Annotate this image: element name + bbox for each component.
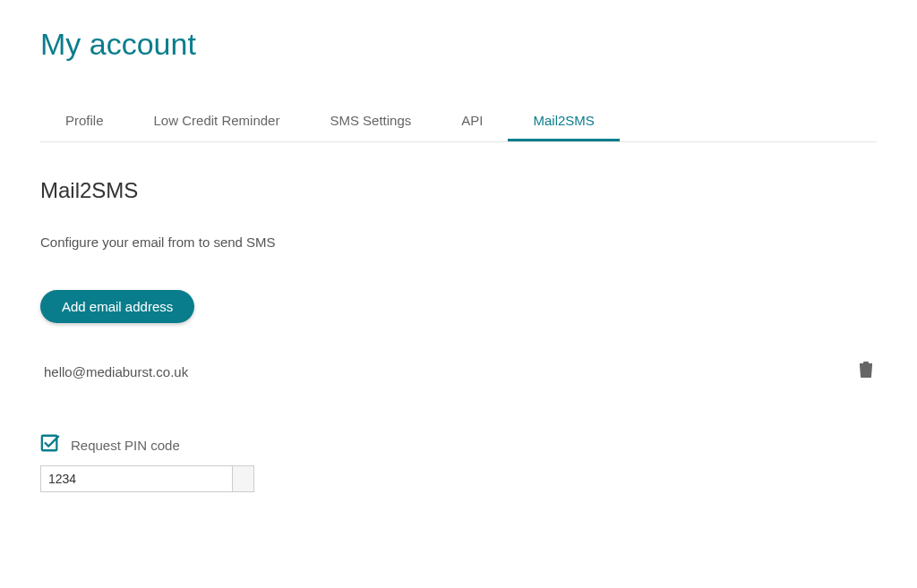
svg-rect-0 bbox=[42, 436, 57, 451]
pin-section: Request PIN code bbox=[40, 433, 877, 492]
tabs-container: Profile Low Credit Reminder SMS Settings… bbox=[40, 102, 877, 142]
pin-input-group bbox=[40, 465, 877, 492]
tab-mail2sms[interactable]: Mail2SMS bbox=[508, 102, 619, 141]
pin-input[interactable] bbox=[40, 465, 233, 492]
tab-sms-settings[interactable]: SMS Settings bbox=[304, 102, 436, 141]
pin-input-addon[interactable] bbox=[233, 465, 254, 492]
section-title: Mail2SMS bbox=[40, 178, 877, 203]
tab-profile[interactable]: Profile bbox=[40, 102, 129, 141]
pin-checkbox-label: Request PIN code bbox=[71, 438, 180, 453]
pin-checkbox-row: Request PIN code bbox=[40, 433, 877, 456]
trash-icon[interactable] bbox=[859, 362, 873, 381]
page-title: My account bbox=[40, 27, 877, 62]
tab-api[interactable]: API bbox=[436, 102, 508, 141]
add-email-button[interactable]: Add email address bbox=[40, 290, 194, 323]
email-address: hello@mediaburst.co.uk bbox=[44, 364, 188, 379]
email-row: hello@mediaburst.co.uk bbox=[40, 354, 877, 388]
tab-low-credit-reminder[interactable]: Low Credit Reminder bbox=[129, 102, 305, 141]
section-description: Configure your email from to send SMS bbox=[40, 234, 877, 250]
checkbox-checked-icon[interactable] bbox=[40, 433, 60, 456]
